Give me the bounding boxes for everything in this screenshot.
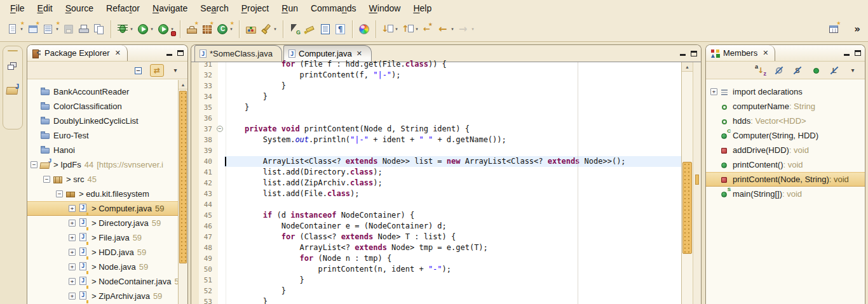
member-item[interactable]: +import declarations [706,84,865,99]
maximize-button[interactable] [691,51,697,56]
debug-dropdown-arrow[interactable]: ▾ [129,27,134,32]
tree-item[interactable]: +> File.java59 [27,230,178,245]
code-line-46[interactable]: 46 NodeContainer e = (NodeContainer) d; [191,221,681,232]
code-line-48[interactable]: 48 ArrayList<? extends Node> tmp = e.get… [191,242,681,253]
code-line-35[interactable]: 35 } [191,102,681,113]
occurrence-marker[interactable] [695,175,699,185]
member-item[interactable]: Smain(String[]) : void [706,187,865,201]
tree-item[interactable]: ColorClassification [27,99,178,114]
tree-item[interactable]: −> src45 [27,172,178,187]
toolbar-handle[interactable] [8,50,18,51]
menu-refactor[interactable]: Refactor [100,1,146,15]
tree-expander-icon[interactable]: − [56,190,63,197]
code-line-42[interactable]: 42 list.add(ZipArchiv.class); [191,178,681,188]
code-line-34[interactable]: 34 } [191,91,681,102]
new-window-button[interactable]: ★ [25,21,41,37]
debug-button[interactable]: ▾ [115,21,135,37]
compare-documents-button[interactable] [92,21,107,37]
code-area[interactable]: 31 for (File f : hdd.get(File.class)) {3… [191,62,701,304]
fast-view-table-button[interactable]: ★ [826,21,841,37]
new-java-package-button[interactable]: ★ [200,21,215,37]
member-item[interactable]: printContent() : void [706,157,865,172]
menu-navigate[interactable]: Navigate [146,1,194,15]
new-view-button[interactable]: ★▾ [41,21,61,37]
scroll-up-icon[interactable]: ▲ [179,80,187,89]
code-line-47[interactable]: 47 for (Class<? extends Node> T : list) … [191,232,681,242]
color-preferences-button[interactable] [356,21,372,37]
code-line-44[interactable]: 44 [191,199,681,210]
back-history-dropdown-arrow[interactable]: ▾ [450,27,455,32]
close-icon[interactable]: ✕ [115,49,121,57]
mark-occurrences-button[interactable] [302,21,318,37]
maximize-button[interactable] [177,50,184,56]
menu-search[interactable]: Search [194,1,234,15]
tree-item[interactable]: Euro-Test [27,128,178,143]
minimize-button[interactable] [166,51,172,56]
next-annotation-button[interactable]: ▾ [380,21,400,37]
close-icon[interactable]: ✕ [356,50,362,58]
next-annotation-dropdown-arrow[interactable]: ▾ [394,27,399,32]
run-dropdown-arrow[interactable]: ▾ [149,27,154,32]
open-type-button[interactable] [243,21,259,37]
search-button[interactable]: ▾ [259,21,279,37]
code-line-45[interactable]: 45 if (d instanceof NodeContainer) { [191,210,681,221]
tree-expander-icon[interactable]: + [69,263,76,270]
member-expander-icon[interactable]: + [710,88,717,95]
previous-annotation-dropdown-arrow[interactable]: ▾ [414,27,419,32]
code-line-40[interactable]: 40 ArrayList<Class<? extends Node>> list… [191,156,681,167]
hide-static-members-button[interactable] [790,64,804,77]
code-line-50[interactable]: 50 printContent(n, ident + "-"); [191,264,681,275]
members-view-tab[interactable]: Members ✕ [706,45,775,61]
code-line-52[interactable]: 52 } [191,286,681,296]
menu-window[interactable]: Window [363,1,407,15]
code-line-32[interactable]: 32 printContent(f, "|-"); [191,70,681,81]
search-dropdown-arrow[interactable]: ▾ [273,27,278,32]
pe-view-tab[interactable]: Package Explorer ✕ [27,45,128,61]
code-line-38[interactable]: 38 System.out.println("|-" + ident + " "… [191,135,681,145]
hide-fields-button[interactable] [772,64,786,77]
pe-scrollbar[interactable]: ▲ [178,80,187,304]
new-view-dropdown-arrow[interactable]: ▾ [55,27,60,32]
member-item[interactable]: CComputer(String, HDD) [706,128,865,143]
fold-collapse-icon[interactable]: − [217,126,223,132]
show-whitespace-button[interactable] [333,21,348,37]
menu-project[interactable]: Project [235,1,276,15]
menu-edit[interactable]: Edit [31,1,59,15]
new-java-project-button[interactable]: ★ [184,21,200,37]
hide-local-types-button[interactable] [827,64,841,77]
code-line-49[interactable]: 49 for (Node n : tmp) { [191,253,681,264]
previous-annotation-button[interactable]: ▾ [400,21,421,37]
member-item[interactable]: hdds : Vector<HDD> [706,114,865,128]
new-java-class-dropdown-arrow[interactable]: ▾ [229,27,234,32]
show-public-members-button[interactable] [809,64,823,77]
maximize-button[interactable] [855,50,861,56]
menu-commands[interactable]: Commands [304,1,363,15]
sort-alphabetically-button[interactable]: ↓ [754,64,768,77]
toolbar-overflow-button[interactable]: » [853,21,862,37]
minimize-button[interactable] [680,51,686,56]
collapse-all-button[interactable] [132,64,146,77]
menu-run[interactable]: Run [275,1,304,15]
menu-source[interactable]: Source [59,1,100,15]
menu-file[interactable]: File [4,1,31,15]
tree-item[interactable]: +> ZipArchiv.java59 [27,289,178,303]
member-item[interactable]: addDrive(HDD) : void [706,143,865,157]
tree-item[interactable]: BankAccountReader [27,84,178,99]
code-line-41[interactable]: 41 list.add(Directory.class); [191,167,681,178]
tree-expander-icon[interactable]: − [31,161,37,168]
new-wizard-dropdown-arrow[interactable]: ▾ [19,27,24,32]
code-line-43[interactable]: 43 list.add(File.class); [191,188,681,199]
code-line-51[interactable]: 51 } [191,275,681,286]
code-line-33[interactable]: 33 } [191,81,681,91]
scroll-up-icon[interactable]: ▲ [682,62,693,72]
open-selection-button[interactable] [287,21,302,37]
code-line-53[interactable]: 53 } [191,296,681,304]
tree-expander-icon[interactable]: + [69,220,76,227]
print-button[interactable] [76,21,92,37]
tree-expander-icon[interactable]: − [43,176,50,183]
scrollbar-thumb[interactable] [682,162,692,254]
member-item[interactable]: printContent(Node, String) : void [706,172,865,187]
tree-item[interactable]: +> Directory.java59 [27,216,178,230]
minimize-button[interactable] [844,51,850,56]
new-java-class-button[interactable]: ★▾ [215,21,235,37]
